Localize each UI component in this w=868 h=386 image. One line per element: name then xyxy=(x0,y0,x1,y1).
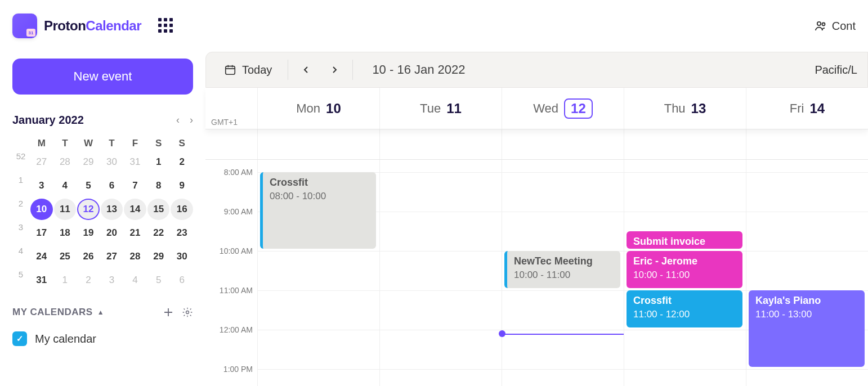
mini-day[interactable]: 14 xyxy=(124,199,146,220)
sidebar: New event January 2022 ‹ › MTWTFSS522728… xyxy=(0,52,205,386)
svg-point-1 xyxy=(822,23,825,26)
calendar-event[interactable]: NewTec Meeting 10:00 - 11:00 xyxy=(504,251,620,288)
logo[interactable]: 31 ProtonCalendar xyxy=(12,14,141,38)
main-toolbar: Today 10 - 16 Jan 2022 Pacific/L xyxy=(205,52,868,88)
day-column[interactable]: Crossfit 08:00 - 10:00 xyxy=(257,160,379,386)
mini-day[interactable]: 30 xyxy=(171,246,193,267)
today-button[interactable]: Today xyxy=(216,58,280,82)
event-title: Submit invoice xyxy=(633,235,736,249)
mini-day[interactable]: 30 xyxy=(101,151,123,173)
day-column-header[interactable]: Tue 11 xyxy=(379,88,502,129)
mini-day[interactable]: 17 xyxy=(30,222,53,244)
gear-icon[interactable] xyxy=(182,307,193,318)
svg-point-2 xyxy=(186,311,189,314)
calendar-event[interactable]: Eric - Jerome 10:00 - 11:00 xyxy=(627,251,742,288)
mini-day[interactable]: 31 xyxy=(30,270,53,291)
collapse-icon[interactable]: ▲ xyxy=(97,308,104,316)
allday-cell[interactable] xyxy=(502,129,624,159)
mini-day[interactable]: 3 xyxy=(30,175,53,196)
mini-day[interactable]: 12 xyxy=(77,199,100,220)
apps-grid-icon[interactable] xyxy=(158,18,174,34)
mini-day[interactable]: 2 xyxy=(171,151,193,173)
allday-cell[interactable] xyxy=(257,129,379,159)
allday-cell[interactable] xyxy=(624,129,746,159)
mini-day[interactable]: 5 xyxy=(147,270,170,291)
mini-day[interactable]: 4 xyxy=(54,175,77,196)
now-indicator-dot xyxy=(499,330,505,337)
mini-day[interactable]: 11 xyxy=(54,199,77,220)
mini-week-num: 5 xyxy=(12,270,29,291)
day-column-header[interactable]: Wed 12 xyxy=(502,88,624,129)
mini-day[interactable]: 13 xyxy=(101,199,123,220)
mini-day[interactable]: 27 xyxy=(101,246,123,267)
calendar-event[interactable]: Crossfit 08:00 - 10:00 xyxy=(260,172,376,249)
mini-dow: F xyxy=(124,138,146,149)
mini-day[interactable]: 29 xyxy=(147,246,170,267)
day-column-header[interactable]: Thu 13 xyxy=(624,88,746,129)
mini-day[interactable]: 28 xyxy=(124,246,146,267)
mini-dow: M xyxy=(30,138,53,149)
mini-day[interactable]: 19 xyxy=(77,222,100,244)
mini-day[interactable]: 25 xyxy=(54,246,77,267)
day-column-header[interactable]: Mon 10 xyxy=(257,88,379,129)
mini-day[interactable]: 23 xyxy=(171,222,193,244)
mini-day[interactable]: 21 xyxy=(124,222,146,244)
time-grid[interactable]: Crossfit 08:00 - 10:00 NewTec Meeting 10… xyxy=(257,160,868,386)
mini-day[interactable]: 26 xyxy=(77,246,100,267)
mini-day[interactable]: 8 xyxy=(147,175,170,196)
mini-day[interactable]: 3 xyxy=(101,270,123,291)
next-week-button[interactable] xyxy=(324,58,344,82)
time-label: 11:00 AM xyxy=(220,286,253,295)
day-column[interactable] xyxy=(379,160,502,386)
mini-day[interactable]: 4 xyxy=(124,270,146,291)
mini-day[interactable]: 16 xyxy=(171,199,193,220)
mini-day[interactable]: 1 xyxy=(54,270,77,291)
event-time: 10:00 - 11:00 xyxy=(514,268,614,282)
mini-day[interactable]: 10 xyxy=(30,199,53,220)
logo-icon: 31 xyxy=(12,14,37,38)
day-column[interactable]: NewTec Meeting 10:00 - 11:00 xyxy=(502,160,624,386)
mini-day[interactable]: 7 xyxy=(124,175,146,196)
mini-next-icon[interactable]: › xyxy=(190,114,193,126)
mini-day[interactable]: 29 xyxy=(77,151,100,173)
now-indicator xyxy=(502,334,624,335)
day-column[interactable]: Submit invoice Eric - Jerome 10:00 - 11:… xyxy=(624,160,746,386)
day-column-header[interactable]: Fri 14 xyxy=(746,88,868,129)
contacts-button[interactable]: Cont xyxy=(814,19,856,33)
my-calendars-label[interactable]: MY CALENDARS xyxy=(12,307,93,318)
mini-day[interactable]: 18 xyxy=(54,222,77,244)
new-event-button[interactable]: New event xyxy=(12,59,193,95)
mini-dow: T xyxy=(101,138,123,149)
mini-day[interactable]: 1 xyxy=(147,151,170,173)
mini-day[interactable]: 27 xyxy=(30,151,53,173)
allday-cell[interactable] xyxy=(746,129,868,159)
event-title: Crossfit xyxy=(633,294,736,308)
day-column[interactable]: Kayla's Piano 11:00 - 13:00 xyxy=(746,160,868,386)
event-title: Crossfit xyxy=(270,176,369,190)
mini-day[interactable]: 15 xyxy=(147,199,170,220)
timezone-display[interactable]: Pacific/L xyxy=(815,64,857,77)
mini-day[interactable]: 6 xyxy=(101,175,123,196)
mini-day[interactable]: 24 xyxy=(30,246,53,267)
mini-day[interactable]: 31 xyxy=(124,151,146,173)
prev-week-button[interactable] xyxy=(296,58,316,82)
plus-icon[interactable] xyxy=(163,307,174,318)
mini-day[interactable]: 6 xyxy=(171,270,193,291)
mini-day[interactable]: 20 xyxy=(101,222,123,244)
mini-day[interactable]: 28 xyxy=(54,151,77,173)
calendar-event[interactable]: Crossfit 11:00 - 12:00 xyxy=(627,290,742,327)
allday-cell[interactable] xyxy=(379,129,502,159)
time-label: 12:00 AM xyxy=(220,325,253,334)
mini-day[interactable]: 9 xyxy=(171,175,193,196)
calendar-event[interactable]: Kayla's Piano 11:00 - 13:00 xyxy=(749,290,865,367)
mini-prev-icon[interactable]: ‹ xyxy=(176,114,180,126)
mini-week-num: 1 xyxy=(12,175,29,196)
calendar-icon xyxy=(224,64,236,76)
calendar-event[interactable]: Submit invoice xyxy=(627,231,742,249)
mini-day[interactable]: 2 xyxy=(77,270,100,291)
mini-day[interactable]: 5 xyxy=(77,175,100,196)
chevron-right-icon xyxy=(330,65,339,74)
mini-day[interactable]: 22 xyxy=(147,222,170,244)
calendar-checkbox[interactable]: ✓ xyxy=(12,331,27,346)
calendar-list-item[interactable]: ✓ My calendar xyxy=(12,331,193,346)
